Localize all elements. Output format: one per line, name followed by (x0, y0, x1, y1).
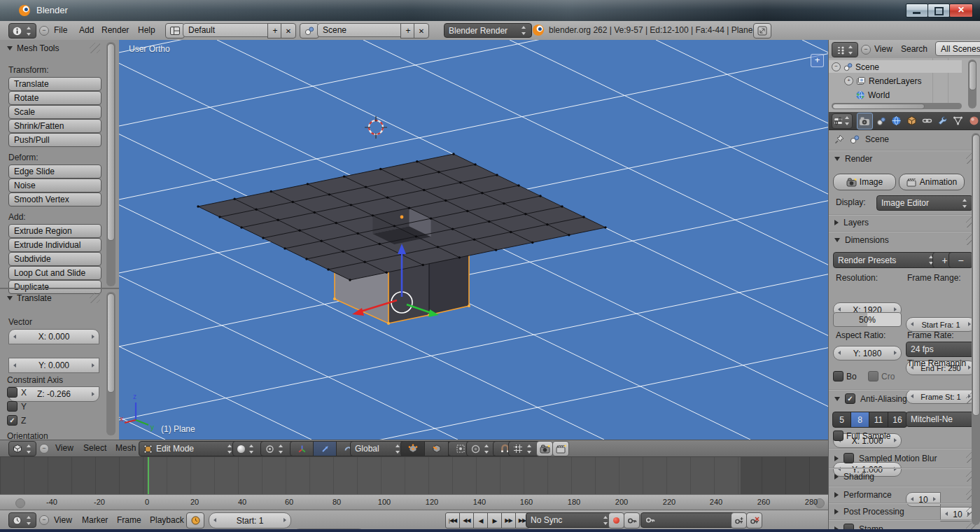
previous-keyframe-button[interactable]: ◀◀ (459, 512, 474, 528)
tab-render[interactable] (857, 113, 872, 130)
antialiasing-panel-header[interactable]: ✓ Anti-Aliasing (834, 393, 907, 404)
collapse-menus-button[interactable]: − (39, 515, 49, 525)
scene-name-field[interactable]: Scene (317, 23, 412, 37)
scale-button[interactable]: Scale (8, 105, 102, 119)
loop-cut-button[interactable]: Loop Cut and Slide (8, 266, 102, 280)
tab-material[interactable] (967, 113, 980, 129)
constraint-x-checkbox[interactable] (7, 387, 18, 398)
outliner-item-renderlayers[interactable]: + RenderLayers (829, 75, 977, 87)
aa-samples-16[interactable]: 16 (888, 412, 907, 428)
outliner-vscrollbar[interactable] (968, 59, 976, 108)
manipulator-axes-toggle[interactable] (290, 441, 314, 456)
vertex-select-toggle[interactable] (400, 441, 425, 456)
frame-start-field[interactable]: Start Fra: 1 (906, 317, 976, 332)
dimensions-panel-header[interactable]: Dimensions (834, 235, 889, 245)
screen-layout-name-field[interactable]: Default (183, 23, 279, 37)
render-panel-header[interactable]: Render (834, 154, 872, 164)
stamp-panel-header[interactable]: Stamp (834, 524, 883, 529)
render-animation-button[interactable]: Animation (899, 174, 965, 190)
scrollbar-thumb[interactable] (832, 104, 925, 109)
edge-slide-button[interactable]: Edge Slide (8, 164, 102, 178)
shading-panel-header[interactable]: Shading (834, 472, 874, 482)
noise-button[interactable]: Noise (8, 178, 102, 192)
play-reverse-button[interactable]: ◀ (473, 512, 488, 528)
constraint-z-checkbox[interactable]: ✓ (7, 415, 18, 426)
jump-to-start-button[interactable]: |◀◀ (445, 512, 460, 528)
menu-render[interactable]: Render (98, 24, 132, 36)
antialiasing-checkbox[interactable]: ✓ (845, 393, 855, 404)
motion-blur-checkbox[interactable] (844, 453, 854, 463)
maximize-button[interactable] (927, 4, 950, 18)
vector-x-field[interactable]: X: 0.000 (8, 329, 99, 344)
render-image-button[interactable]: Image (833, 174, 896, 190)
aa-samples-11[interactable]: 11 (869, 412, 888, 428)
smooth-vertex-button[interactable]: Smooth Vertex (8, 192, 102, 206)
auto-key-mode-button[interactable] (624, 512, 640, 528)
region-expand-button[interactable]: + (811, 54, 824, 67)
editor-type-button[interactable] (8, 512, 36, 528)
tab-object[interactable] (905, 113, 919, 129)
properties-scrollbar[interactable] (972, 133, 980, 525)
editor-type-button[interactable] (832, 113, 853, 129)
menu-view[interactable]: View (52, 442, 77, 454)
collapse-menus-button[interactable]: − (39, 444, 49, 454)
delete-keyframe-button[interactable] (746, 512, 762, 528)
aa-samples-5[interactable]: 5 (832, 412, 851, 428)
tab-modifiers[interactable] (936, 113, 950, 129)
stamp-checkbox[interactable] (844, 524, 854, 529)
scrollbar-thumb[interactable] (972, 134, 980, 416)
resolution-y-field[interactable]: Y: 1080 (833, 346, 902, 360)
operator-scrollbar[interactable] (106, 292, 115, 435)
render-presets-select[interactable]: Render Presets (833, 252, 939, 268)
preview-range-button[interactable] (186, 512, 204, 528)
minimize-button[interactable] (906, 4, 928, 18)
extrude-individual-button[interactable]: Extrude Individual (8, 238, 102, 252)
scrollbar-thumb[interactable] (107, 293, 115, 393)
edge-select-toggle[interactable] (424, 441, 449, 456)
display-mode-select[interactable]: Image Editor (876, 195, 973, 211)
frame-step-field[interactable]: Frame St: 1 (906, 389, 976, 404)
editor-type-button[interactable] (832, 42, 858, 57)
title-bar[interactable]: Blender ✕ (0, 0, 980, 21)
play-button[interactable]: ▶ (487, 512, 502, 528)
menu-view[interactable]: View (50, 514, 76, 526)
aa-samples-8[interactable]: 8 (850, 412, 869, 428)
menu-frame[interactable]: Frame (113, 514, 145, 526)
mode-select[interactable]: Edit Mode (139, 441, 238, 456)
scene-browse-button[interactable] (300, 23, 319, 38)
tab-scene[interactable] (874, 113, 888, 129)
toolshelf-scrollbar[interactable] (106, 42, 115, 286)
frame-rate-select[interactable]: 24 fps (906, 342, 980, 357)
tab-constraints[interactable] (920, 113, 934, 129)
frame-start-field[interactable]: Start: 1 (209, 512, 291, 528)
close-button[interactable]: ✕ (949, 4, 973, 18)
performance-panel-header[interactable]: Performance (834, 490, 892, 500)
menu-playback[interactable]: Playback (146, 514, 188, 526)
next-keyframe-button[interactable]: ▶▶ (501, 512, 516, 528)
outliner-hscrollbar[interactable] (832, 103, 962, 109)
sync-mode-select[interactable]: No Sync (526, 512, 614, 528)
editor-type-button[interactable] (8, 23, 36, 38)
push-pull-button[interactable]: Push/Pull (8, 133, 102, 147)
playhead[interactable] (148, 457, 149, 495)
vector-y-field[interactable]: Y: 0.000 (8, 358, 99, 373)
duplicate-button[interactable]: Duplicate (8, 280, 102, 294)
outliner-item-scene[interactable]: − Scene (829, 61, 965, 73)
remap-old-field[interactable]: 10 (906, 492, 941, 507)
layers-panel-header[interactable]: Layers (834, 218, 869, 227)
collapse-menus-button[interactable]: − (39, 26, 49, 36)
render-opengl-button[interactable] (536, 441, 553, 456)
menu-search[interactable]: Search (897, 43, 931, 55)
render-opengl-anim-button[interactable] (552, 441, 569, 456)
translate-button[interactable]: Translate (8, 77, 102, 91)
extrude-region-button[interactable]: Extrude Region (8, 224, 102, 238)
screen-layout-browse-button[interactable] (165, 23, 185, 38)
collapse-menus-button[interactable]: − (861, 45, 871, 55)
shrink-fatten-button[interactable]: Shrink/Fatten (8, 119, 102, 133)
crop-checkbox[interactable] (868, 371, 878, 382)
3d-viewport[interactable]: z x y User Ortho (1) Plane + (119, 40, 828, 440)
window-duplicate-button[interactable] (753, 23, 771, 38)
post-processing-panel-header[interactable]: Post Processing (834, 507, 904, 517)
insert-keyframe-button[interactable] (731, 512, 747, 528)
editor-type-button[interactable] (8, 441, 36, 456)
